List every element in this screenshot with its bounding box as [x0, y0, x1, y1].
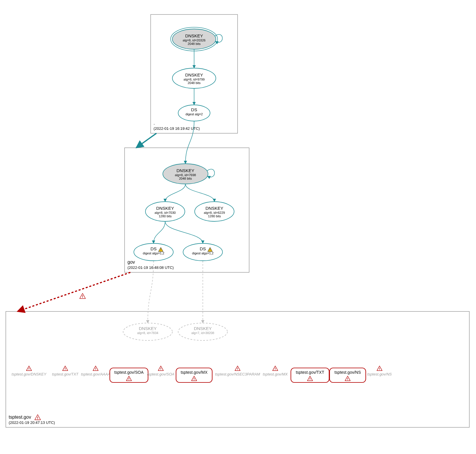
rrset: tsptest.gov/NSEC3PARAM	[215, 372, 260, 376]
svg-text:DNSKEY: DNSKEY	[185, 33, 203, 38]
svg-text:alg=8, id=20326: alg=8, id=20326	[183, 39, 206, 42]
rrset: tsptest.gov/MX	[263, 372, 288, 376]
svg-text:!: !	[28, 367, 30, 371]
node-tspK1: DNSKEYalg=8, id=7834	[123, 323, 172, 340]
rrset: tsptest.gov/NS	[367, 372, 392, 376]
svg-text:DS: DS	[191, 107, 197, 112]
edge	[148, 261, 154, 323]
svg-text:!: !	[194, 377, 195, 381]
svg-text:!: !	[379, 367, 380, 371]
svg-text:tsptest.gov/SOA: tsptest.gov/SOA	[147, 372, 174, 376]
edge	[185, 184, 214, 202]
svg-text:alg=8, id=7698: alg=8, id=7698	[175, 173, 196, 177]
svg-text:.: .	[154, 121, 155, 125]
svg-text:digest algs=1,2: digest algs=1,2	[192, 251, 214, 255]
svg-text:!: !	[128, 377, 130, 381]
svg-text:digest algs=1,2: digest algs=1,2	[143, 251, 164, 255]
svg-text:(2022-01-19 20:47:13 UTC): (2022-01-19 20:47:13 UTC)	[9, 420, 55, 425]
svg-text:tsptest.gov/NSEC3PARAM: tsptest.gov/NSEC3PARAM	[215, 372, 260, 376]
rrset: tsptest.gov/AAAA	[81, 372, 110, 376]
node-rootKSK: DNSKEYalg=8, id=203262048 bits	[171, 27, 223, 51]
svg-text:!: !	[275, 367, 276, 371]
svg-text:2048 bits: 2048 bits	[188, 81, 201, 85]
svg-text:alg=7, id=38208: alg=7, id=38208	[192, 331, 214, 335]
svg-text:!: !	[347, 377, 348, 381]
svg-text:DNSKEY: DNSKEY	[156, 206, 174, 211]
rrset: tsptest.gov/SOA	[147, 372, 174, 376]
svg-text:1280 bits: 1280 bits	[208, 214, 221, 218]
svg-text:!: !	[37, 416, 38, 420]
svg-text:gov: gov	[127, 260, 135, 265]
svg-text:!: !	[95, 367, 96, 371]
svg-text:DS: DS	[200, 246, 206, 251]
svg-text:DNSKEY: DNSKEY	[139, 326, 157, 331]
svg-text:tsptest.gov/NS: tsptest.gov/NS	[334, 370, 361, 375]
svg-text:1280 bits: 1280 bits	[159, 214, 172, 218]
dnssec-graph: .(2022-01-19 16:19:42 UTC)gov(2022-01-19…	[0, 0, 476, 454]
node-rootZSK: DNSKEYalg=8, id=97992048 bits	[172, 68, 216, 88]
node-govDS1: DSdigest algs=1,2	[134, 243, 173, 261]
node-rootDS: DSdigest alg=2	[178, 105, 210, 121]
edge	[165, 221, 203, 243]
zone-edge	[136, 133, 156, 148]
svg-text:!: !	[237, 367, 238, 371]
svg-text:DNSKEY: DNSKEY	[185, 72, 203, 77]
svg-text:tsptest.gov/DNSKEY: tsptest.gov/DNSKEY	[12, 372, 47, 376]
svg-text:!: !	[160, 367, 161, 371]
svg-text:tsptest.gov/MX: tsptest.gov/MX	[263, 372, 288, 376]
svg-text:!: !	[209, 248, 210, 251]
svg-text:DNSKEY: DNSKEY	[176, 168, 194, 173]
node-govZSK2: DNSKEYalg=8, id=62291280 bits	[195, 202, 234, 221]
svg-text:tsptest.gov/TXT: tsptest.gov/TXT	[296, 370, 324, 375]
svg-text:alg=8, id=7834: alg=8, id=7834	[137, 331, 158, 335]
svg-text:tsptest.gov/TXT: tsptest.gov/TXT	[52, 372, 79, 376]
svg-text:!: !	[160, 248, 161, 251]
svg-text:DNSKEY: DNSKEY	[194, 326, 212, 331]
svg-text:DS: DS	[151, 246, 157, 251]
svg-text:digest alg=2: digest alg=2	[185, 112, 203, 116]
svg-text:tsptest.gov: tsptest.gov	[9, 415, 31, 420]
zone-edge	[17, 272, 130, 311]
node-govDS2: DSdigest algs=1,2	[183, 243, 223, 261]
svg-text:tsptest.gov/NS: tsptest.gov/NS	[367, 372, 392, 376]
svg-text:alg=8, id=6229: alg=8, id=6229	[204, 211, 225, 214]
svg-text:alg=8, id=7030: alg=8, id=7030	[155, 211, 176, 214]
svg-text:2048 bits: 2048 bits	[179, 177, 192, 180]
node-govKSK: DNSKEYalg=8, id=76982048 bits	[163, 164, 215, 184]
svg-text:alg=8, id=9799: alg=8, id=9799	[184, 78, 205, 81]
rrset: tsptest.gov/DNSKEY	[12, 372, 47, 376]
svg-text:!: !	[82, 294, 83, 299]
svg-text:!: !	[309, 377, 311, 381]
svg-text:DNSKEY: DNSKEY	[205, 206, 223, 211]
node-govZSK1: DNSKEYalg=8, id=70301280 bits	[145, 202, 185, 221]
svg-text:tsptest.gov/AAAA: tsptest.gov/AAAA	[81, 372, 110, 376]
svg-text:2048 bits: 2048 bits	[188, 42, 201, 45]
svg-text:(2022-01-19 16:48:08 UTC): (2022-01-19 16:48:08 UTC)	[127, 265, 174, 270]
svg-text:!: !	[65, 367, 66, 371]
rrset: tsptest.gov/TXT	[52, 372, 79, 376]
node-tspK2: DNSKEYalg=7, id=38208	[178, 323, 227, 340]
svg-text:tsptest.gov/MX: tsptest.gov/MX	[181, 370, 208, 375]
edge	[154, 221, 165, 243]
svg-text:tsptest.gov/SOA: tsptest.gov/SOA	[114, 370, 144, 375]
svg-text:(2022-01-19 16:19:42 UTC): (2022-01-19 16:19:42 UTC)	[154, 126, 200, 131]
edge	[165, 184, 185, 202]
